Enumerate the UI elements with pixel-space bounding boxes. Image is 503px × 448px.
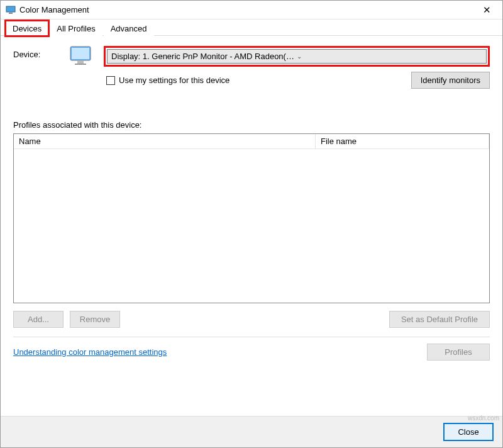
help-link[interactable]: Understanding color management settings — [13, 347, 167, 357]
spacer — [126, 311, 383, 328]
svg-rect-0 — [6, 6, 15, 12]
identify-monitors-button[interactable]: Identify monitors — [411, 72, 490, 89]
svg-rect-3 — [72, 48, 89, 59]
color-management-window: Color Management ✕ Devices All Profiles … — [0, 0, 503, 448]
device-row2: Use my settings for this device Identify… — [104, 72, 490, 89]
column-file-name[interactable]: File name — [316, 134, 489, 148]
tab-bar: Devices All Profiles Advanced — [1, 20, 502, 36]
device-dropdown-value: Display: 1. Generic PnP Monitor - AMD Ra… — [111, 52, 297, 61]
divider — [13, 337, 490, 337]
content-area: Device: Display: 1. Generic PnP Monitor … — [1, 36, 502, 416]
window-title: Color Management — [19, 5, 477, 14]
svg-rect-4 — [77, 61, 84, 64]
add-button[interactable]: Add... — [13, 311, 64, 328]
svg-rect-1 — [9, 13, 13, 14]
profile-buttons-row: Add... Remove Set as Default Profile — [13, 311, 490, 328]
tab-devices[interactable]: Devices — [6, 21, 48, 36]
checkbox-box — [106, 76, 115, 85]
close-icon[interactable]: ✕ — [477, 2, 497, 18]
remove-button[interactable]: Remove — [70, 311, 120, 328]
tab-all-profiles[interactable]: All Profiles — [50, 21, 102, 36]
chevron-down-icon: ⌄ — [297, 53, 482, 60]
app-icon — [6, 5, 16, 15]
device-dropdown[interactable]: Display: 1. Generic PnP Monitor - AMD Ra… — [107, 49, 487, 64]
device-dropdown-highlight: Display: 1. Generic PnP Monitor - AMD Ra… — [104, 46, 490, 67]
set-default-button[interactable]: Set as Default Profile — [389, 311, 490, 328]
footer-row: Understanding color management settings … — [13, 344, 490, 361]
titlebar: Color Management ✕ — [1, 1, 502, 20]
device-label: Device: — [13, 46, 57, 59]
column-name[interactable]: Name — [14, 134, 316, 148]
device-right: Display: 1. Generic PnP Monitor - AMD Ra… — [104, 46, 490, 89]
checkbox-label: Use my settings for this device — [119, 76, 229, 85]
device-row: Device: Display: 1. Generic PnP Monitor … — [13, 46, 490, 89]
tab-advanced[interactable]: Advanced — [104, 21, 154, 36]
monitor-icon — [70, 46, 91, 65]
table-body[interactable] — [14, 149, 489, 303]
use-my-settings-checkbox[interactable]: Use my settings for this device — [106, 76, 229, 85]
close-button[interactable]: Close — [443, 423, 494, 441]
table-header: Name File name — [14, 134, 489, 149]
watermark: wsxdn.com — [468, 415, 499, 422]
profiles-heading: Profiles associated with this device: — [13, 120, 490, 130]
svg-rect-5 — [75, 64, 86, 65]
profiles-button[interactable]: Profiles — [427, 344, 490, 361]
bottom-bar: Close — [1, 416, 502, 447]
profiles-table[interactable]: Name File name — [13, 133, 490, 303]
